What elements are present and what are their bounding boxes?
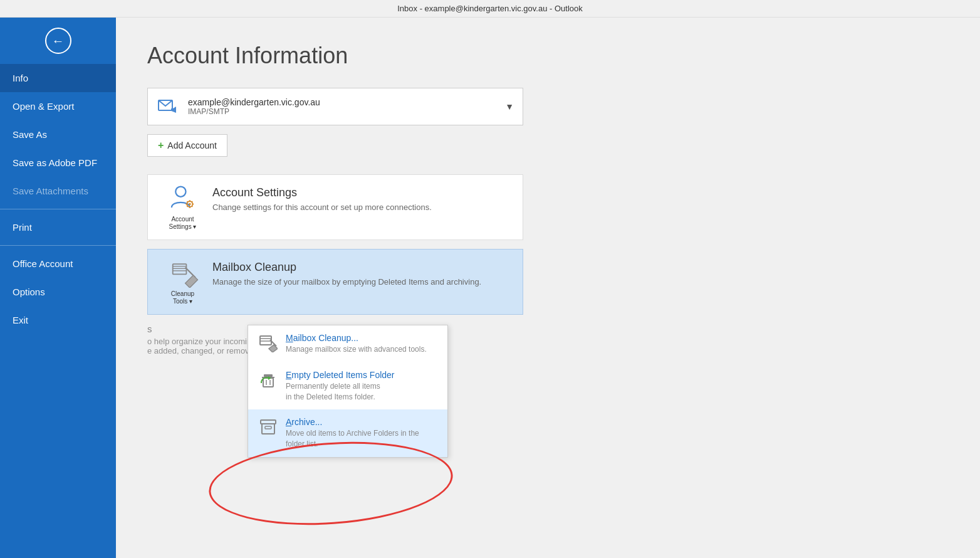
sidebar-item-save-as-pdf[interactable]: Save as Adobe PDF	[0, 149, 116, 177]
archive-desc: Move old items to Archive Folders in the…	[286, 428, 437, 450]
mailbox-cleanup-text: Mailbox Cleanup... Manage mailbox size w…	[286, 333, 437, 355]
sidebar-item-office-account[interactable]: Office Account	[0, 250, 116, 278]
main-area: ← Info Open & Export Save As Save as Ado…	[0, 18, 980, 558]
empty-deleted-title: Empty Deleted Items Folder	[286, 370, 437, 380]
account-settings-icon-label: AccountSettings ▾	[169, 216, 197, 231]
back-button[interactable]: ←	[0, 18, 116, 64]
svg-line-10	[187, 201, 187, 202]
sidebar-divider-2	[0, 245, 116, 246]
mailbox-cleanup-desc: Manage mailbox size with advanced tools.	[286, 344, 437, 355]
back-circle-icon: ←	[45, 28, 71, 54]
account-settings-text: Account Settings Change settings for thi…	[206, 184, 511, 213]
account-settings-card[interactable]: AccountSettings ▾ Account Settings Chang…	[147, 174, 523, 240]
cleanup-tools-icon: CleanupTools ▾	[159, 258, 206, 305]
account-info: example@kindergarten.vic.gov.au IMAP/SMT…	[188, 97, 505, 116]
account-type-text: IMAP/SMTP	[188, 107, 505, 116]
svg-line-11	[192, 206, 192, 207]
archive-text: Archive... Move old items to Archive Fol…	[286, 417, 437, 450]
page-title: Account Information	[147, 43, 949, 69]
sidebar-divider	[0, 209, 116, 209]
mailbox-cleanup-title: Mailbox Cleanup...	[286, 333, 437, 343]
account-settings-title: Account Settings	[212, 186, 511, 199]
cleanup-tools-card[interactable]: CleanupTools ▾ Mailbox Cleanup Manage th…	[147, 249, 523, 315]
sidebar-item-info[interactable]: Info	[0, 64, 116, 92]
sidebar-item-exit[interactable]: Exit	[0, 306, 116, 334]
cleanup-dropdown-menu: Mailbox Cleanup... Manage mailbox size w…	[248, 325, 448, 458]
account-selector[interactable]: example@kindergarten.vic.gov.au IMAP/SMT…	[147, 88, 523, 125]
mailbox-cleanup-icon	[258, 333, 278, 353]
svg-point-3	[175, 187, 185, 197]
add-account-label: Add Account	[167, 140, 217, 150]
svg-rect-20	[260, 336, 271, 345]
account-email-text: example@kindergarten.vic.gov.au	[188, 97, 505, 107]
menu-item-archive[interactable]: Archive... Move old items to Archive Fol…	[248, 409, 447, 457]
account-dropdown-arrow-icon: ▼	[505, 102, 514, 112]
title-text: Inbox - example@kindergarten.vic.gov.au …	[397, 4, 583, 13]
content-area: Account Information example@kindergarten…	[116, 18, 980, 558]
empty-deleted-desc: Permanently delete all itemsin the Delet…	[286, 381, 437, 403]
sidebar-item-print[interactable]: Print	[0, 213, 116, 241]
add-account-button[interactable]: + Add Account	[147, 134, 227, 157]
archive-icon	[258, 417, 278, 437]
svg-line-13	[192, 201, 192, 202]
archive-title: Archive...	[286, 417, 437, 427]
empty-deleted-icon	[258, 370, 278, 390]
sidebar-item-open-export[interactable]: Open & Export	[0, 92, 116, 120]
account-settings-icon: AccountSettings ▾	[159, 184, 206, 231]
svg-rect-33	[265, 426, 271, 429]
sidebar: ← Info Open & Export Save As Save as Ado…	[0, 18, 116, 558]
cleanup-tools-icon-label: CleanupTools ▾	[171, 290, 194, 305]
svg-point-5	[189, 203, 191, 206]
empty-deleted-text: Empty Deleted Items Folder Permanently d…	[286, 370, 437, 403]
account-settings-desc: Change settings for this account or set …	[212, 202, 511, 213]
svg-marker-19	[185, 275, 197, 288]
menu-item-mailbox-cleanup[interactable]: Mailbox Cleanup... Manage mailbox size w…	[248, 325, 447, 362]
cleanup-tools-title: Mailbox Cleanup	[212, 261, 511, 274]
account-email-icon	[157, 95, 180, 118]
svg-rect-14	[172, 264, 186, 274]
sidebar-item-options[interactable]: Options	[0, 278, 116, 306]
add-plus-icon: +	[158, 140, 164, 151]
title-bar: Inbox - example@kindergarten.vic.gov.au …	[0, 0, 980, 18]
sidebar-item-save-attachments: Save Attachments	[0, 177, 116, 205]
cleanup-tools-text: Mailbox Cleanup Manage the size of your …	[206, 258, 511, 288]
sidebar-item-save-as[interactable]: Save As	[0, 120, 116, 149]
svg-line-12	[187, 206, 187, 207]
menu-item-empty-deleted[interactable]: Empty Deleted Items Folder Permanently d…	[248, 362, 447, 410]
cleanup-tools-desc: Manage the size of your mailbox by empty…	[212, 276, 511, 288]
